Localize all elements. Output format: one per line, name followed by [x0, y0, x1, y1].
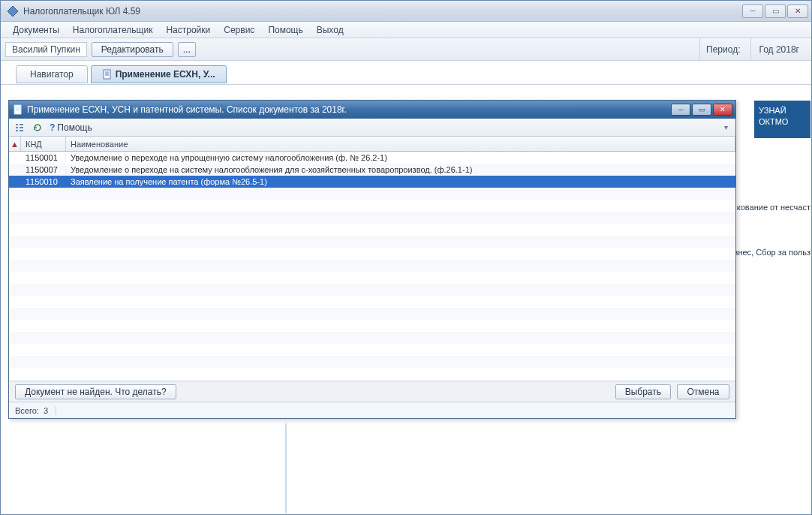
table-row-empty — [9, 320, 735, 332]
table-row-empty — [9, 224, 735, 236]
app-title: Налогоплательщик ЮЛ 4.59 — [22, 6, 742, 17]
table-row-empty — [9, 332, 735, 344]
maximize-button[interactable]: ▭ — [765, 5, 786, 18]
table-row[interactable]: 1150007Уведомление о переходе на систему… — [9, 164, 735, 176]
tab-eskhn[interactable]: Применение ЕСХН, У... — [91, 65, 227, 83]
period-value[interactable]: Год 2018г — [750, 38, 807, 60]
background-text-2: знес, Сбор за польз — [734, 248, 810, 257]
cell-knd: 1150010 — [21, 177, 66, 186]
table-row-empty — [9, 188, 735, 200]
menu-help[interactable]: Помощь — [262, 23, 308, 37]
document-icon — [12, 104, 24, 115]
child-title: Применение ЕСХН, УСН и патентной системы… — [24, 104, 669, 115]
table-row-empty — [9, 308, 735, 320]
cell-knd: 1150001 — [21, 153, 66, 162]
table-row-empty — [9, 344, 735, 356]
oktmo-panel[interactable]: УЗНАЙ ОКТМО — [754, 101, 810, 138]
sort-indicator-icon[interactable]: ▲ — [9, 137, 21, 151]
grid-header: ▲ КНД Наименование — [9, 137, 735, 152]
child-maximize-button[interactable]: ▭ — [692, 104, 711, 116]
document-icon — [102, 69, 113, 80]
child-toolbar: ? Помощь ▾ — [9, 119, 735, 137]
table-row-empty — [9, 272, 735, 284]
window-controls: ─ ▭ ✕ — [742, 5, 808, 18]
table-row[interactable]: 1150001Уведомление о переходе на упрощен… — [9, 152, 735, 164]
child-titlebar[interactable]: Применение ЕСХН, УСН и патентной системы… — [9, 101, 735, 119]
tree-icon[interactable] — [14, 122, 26, 134]
help-label: Помощь — [57, 122, 92, 133]
child-minimize-button[interactable]: ─ — [671, 104, 690, 116]
app-icon — [7, 5, 19, 17]
vertical-divider — [285, 423, 287, 513]
child-footer: Документ не найден. Что делать? Выбрать … — [9, 381, 735, 402]
table-row-empty — [9, 368, 735, 380]
minimize-button[interactable]: ─ — [742, 5, 763, 18]
period-label: Период: — [699, 38, 746, 60]
svg-rect-1 — [104, 70, 110, 79]
cell-name: Уведомление о переходе на упрощенную сис… — [66, 153, 735, 162]
child-help-link[interactable]: ? Помощь — [50, 122, 92, 133]
table-row-empty — [9, 248, 735, 260]
svg-marker-0 — [8, 6, 18, 17]
menu-service[interactable]: Сервис — [218, 23, 260, 37]
svg-rect-2 — [14, 105, 21, 114]
more-button[interactable]: ... — [178, 42, 196, 57]
main-titlebar[interactable]: Налогоплательщик ЮЛ 4.59 ─ ▭ ✕ — [1, 1, 811, 22]
menu-settings[interactable]: Настройки — [160, 23, 216, 37]
menubar: Документы Налогоплательщик Настройки Сер… — [1, 22, 811, 38]
table-row-empty — [9, 260, 735, 272]
oktmo-line1: УЗНАЙ — [759, 105, 806, 116]
help-icon: ? — [50, 122, 55, 133]
user-name[interactable]: Василий Пупкин — [5, 42, 87, 57]
tab-label: Применение ЕСХН, У... — [116, 69, 215, 80]
cell-knd: 1150007 — [21, 165, 66, 174]
column-knd[interactable]: КНД — [21, 137, 66, 151]
close-button[interactable]: ✕ — [787, 5, 808, 18]
table-row[interactable]: 1150010Заявление на получение патента (ф… — [9, 176, 735, 188]
cell-name: Заявление на получение патента (форма №2… — [66, 177, 735, 186]
oktmo-line2: ОКТМО — [759, 116, 806, 128]
background-text-1: кование от несчаст — [737, 203, 810, 212]
tab-strip: Навигатор Применение ЕСХН, У... — [1, 61, 811, 85]
status-total-label: Всего: — [15, 406, 39, 415]
cancel-button[interactable]: Отмена — [677, 384, 729, 399]
edit-button[interactable]: Редактировать — [92, 42, 173, 57]
select-button[interactable]: Выбрать — [615, 384, 671, 399]
menu-documents[interactable]: Документы — [7, 23, 65, 37]
main-toolbar: Василий Пупкин Редактировать ... Период:… — [1, 38, 811, 61]
table-row-empty — [9, 284, 735, 296]
table-row-empty — [9, 212, 735, 224]
grid-body[interactable]: 1150001Уведомление о переходе на упрощен… — [9, 152, 735, 383]
child-statusbar: Всего: 3 — [9, 402, 735, 418]
status-total-value: 3 — [44, 406, 48, 415]
column-name[interactable]: Наименование — [66, 137, 735, 151]
child-close-button[interactable]: ✕ — [713, 104, 732, 116]
menu-exit[interactable]: Выход — [311, 23, 350, 37]
refresh-icon[interactable] — [32, 122, 44, 134]
table-row-empty — [9, 356, 735, 368]
menu-taxpayer[interactable]: Налогоплательщик — [67, 23, 159, 37]
not-found-button[interactable]: Документ не найден. Что делать? — [15, 384, 176, 399]
chevron-down-icon[interactable]: ▾ — [721, 123, 731, 131]
child-window: Применение ЕСХН, УСН и патентной системы… — [8, 100, 736, 419]
status-total: Всего: 3 — [15, 406, 56, 415]
table-row-empty — [9, 296, 735, 308]
table-row-empty — [9, 200, 735, 212]
cell-name: Уведомление о переходе на систему налого… — [66, 165, 735, 174]
main-window: Налогоплательщик ЮЛ 4.59 ─ ▭ ✕ Документы… — [0, 0, 812, 515]
navigator-button[interactable]: Навигатор — [16, 65, 88, 83]
table-row-empty — [9, 236, 735, 248]
